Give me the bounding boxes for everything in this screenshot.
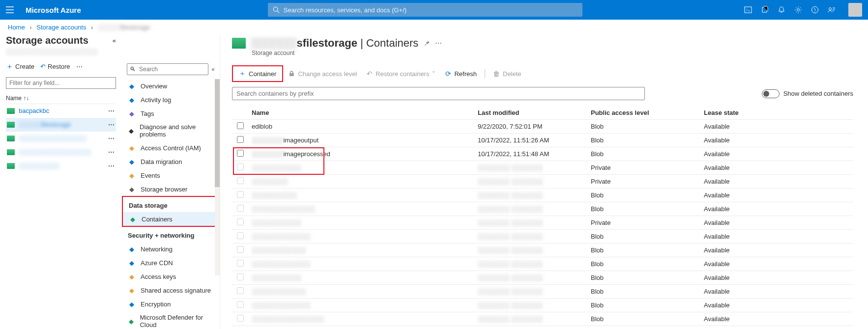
table-row[interactable]: ░░░░░░░░░░░░░░░░░░░░ ░░░░░░░BlobAvailabl… <box>232 257 853 271</box>
storage-account-item[interactable]: bacpackbc⋯ <box>6 104 116 118</box>
row-checkbox[interactable] <box>237 315 244 322</box>
table-row[interactable]: ░░░░░░░░░░░░░░░░░░ ░░░░░░░PrivateAvailab… <box>232 216 853 230</box>
global-search[interactable] <box>268 3 582 17</box>
ellipsis-icon[interactable]: ⋯ <box>108 162 115 169</box>
collapse-icon[interactable]: « <box>113 37 116 44</box>
table-row[interactable]: ░░░░░░░░░░░░░░░░░░ ░░░░░░░PrivateAvailab… <box>232 161 853 175</box>
row-checkbox[interactable] <box>237 150 244 157</box>
storage-account-item[interactable]: ░░░░░░░░░⋯ <box>6 159 116 173</box>
breadcrumb-current[interactable]: ░░░░░filestorage <box>98 24 150 31</box>
row-checkbox[interactable] <box>237 136 244 143</box>
nav-item-diagnose-and-solve-problems[interactable]: ◆Diagnose and solve problems <box>122 120 220 141</box>
ellipsis-icon[interactable]: ⋯ <box>108 121 115 128</box>
nav-item-shared-access-signature[interactable]: ◆Shared access signature <box>122 283 220 297</box>
pin-icon[interactable]: 📌︎ <box>423 39 430 47</box>
nav-item-access-control-iam-[interactable]: ◆Access Control (IAM) <box>122 141 220 155</box>
cell-modified: ░░░░░░░ ░░░░░░░ <box>478 192 591 199</box>
row-checkbox[interactable] <box>237 301 244 308</box>
cell-lease: Available <box>704 178 763 185</box>
storage-account-item[interactable]: ░░░░░filestorage⋯ <box>6 118 116 132</box>
storage-account-item[interactable]: ░░░░░░░░░░░░░░░⋯ <box>6 132 116 145</box>
row-checkbox[interactable] <box>237 191 244 198</box>
table-row[interactable]: ░░░░░░░░░░░░░░░ ░░░░░░░PrivateAvailable <box>232 175 853 189</box>
networking-icon: ◆ <box>128 245 136 253</box>
storage-account-item[interactable]: ░░░░░░░░░░░░░░░░⋯ <box>6 145 116 159</box>
nav-item-containers[interactable]: ◆Containers <box>123 212 219 226</box>
ellipsis-icon[interactable]: ⋯ <box>108 135 115 142</box>
nav-item-overview[interactable]: ◆Overview <box>122 79 220 93</box>
nav-item-access-keys[interactable]: ◆Access keys <box>122 270 220 283</box>
show-deleted-toggle[interactable] <box>762 89 780 98</box>
col-name[interactable]: Name <box>252 109 478 116</box>
nav-item-networking[interactable]: ◆Networking <box>122 242 220 256</box>
row-checkbox[interactable] <box>237 274 244 280</box>
notifications-icon[interactable] <box>778 6 785 14</box>
cell-name: ░░░░░░░░░░░ <box>252 274 478 281</box>
create-button[interactable]: ＋Create <box>6 62 34 71</box>
row-checkbox[interactable] <box>237 122 244 129</box>
cell-modified: ░░░░░░░ ░░░░░░░ <box>478 260 591 268</box>
settings-icon[interactable] <box>794 6 802 14</box>
table-row[interactable]: ░░░░░░░░░░░░░░░░░░░ ░░░░░░░BlobAvailable <box>232 285 853 299</box>
cell-lease: Available <box>704 247 763 254</box>
nav-item-events[interactable]: ◆Events <box>122 168 220 182</box>
topbar-right <box>744 3 862 17</box>
row-checkbox[interactable] <box>237 205 244 212</box>
menu-icon[interactable] <box>6 6 16 13</box>
new-container-button[interactable]: ＋ Container <box>234 67 281 80</box>
avatar[interactable] <box>848 3 862 17</box>
table-row[interactable]: ░░░░░░░░░░░░░░░░░ ░░░░░░░BlobAvailable <box>232 189 853 202</box>
row-checkbox[interactable] <box>237 246 244 253</box>
col-lease[interactable]: Lease state <box>704 109 763 116</box>
global-search-input[interactable] <box>284 6 578 14</box>
table-row[interactable]: ░░░░░░░imageprocessed10/17/2022, 11:51:4… <box>232 147 853 161</box>
cloud-shell-icon[interactable] <box>744 6 752 14</box>
nav-item-activity-log[interactable]: ◆Activity log <box>122 93 220 107</box>
more-button[interactable]: ⋯ <box>76 63 83 70</box>
row-checkbox[interactable] <box>237 177 244 184</box>
nav-item-azure-cdn[interactable]: ◆Azure CDN <box>122 256 220 270</box>
ellipsis-icon[interactable]: ⋯ <box>108 148 115 156</box>
filter-input[interactable] <box>6 77 116 89</box>
restore-button[interactable]: ↶Restore <box>40 63 70 70</box>
directories-icon[interactable] <box>761 6 769 14</box>
cell-access: Blob <box>591 123 704 130</box>
containers-table: Name Last modified Public access level L… <box>232 106 853 326</box>
col-modified[interactable]: Last modified <box>478 109 591 116</box>
row-checkbox[interactable] <box>237 287 244 294</box>
breadcrumb-storage-accounts[interactable]: Storage accounts <box>36 24 86 31</box>
nav-item-label: Encryption <box>141 301 171 308</box>
nav-item-label: Microsoft Defender for Cloud <box>140 314 214 329</box>
scrollbar[interactable] <box>215 79 220 275</box>
nav-item-encryption[interactable]: ◆Encryption <box>122 297 220 311</box>
column-header-name[interactable]: Name ↑↓ <box>6 93 116 104</box>
table-row[interactable]: ░░░░░░░░░░░░░░░░░░ ░░░░░░░BlobAvailable <box>232 271 853 285</box>
table-row[interactable]: ░░░░░░░░░░░░░░░░░░░ ░░░░░░░BlobAvailable <box>232 244 853 257</box>
collapse-icon[interactable]: « <box>211 66 215 73</box>
nav-item-microsoft-defender-for-cloud[interactable]: ◆Microsoft Defender for Cloud <box>122 311 220 329</box>
table-row[interactable]: ediblob9/22/2020, 7:52:01 PMBlobAvailabl… <box>232 120 853 134</box>
row-checkbox[interactable] <box>237 260 244 267</box>
col-access[interactable]: Public access level <box>591 109 704 116</box>
table-row[interactable]: ░░░░░░░░░░░░░░░░░░░░ ░░░░░░░BlobAvailabl… <box>232 299 853 312</box>
container-prefix-input[interactable] <box>232 87 645 100</box>
ellipsis-icon[interactable]: ⋯ <box>435 39 442 47</box>
ellipsis-icon[interactable]: ⋯ <box>108 107 115 114</box>
nav-item-storage-browser[interactable]: ◆Storage browser <box>122 182 220 196</box>
row-checkbox[interactable] <box>237 232 244 239</box>
nav-item-tags[interactable]: ◆Tags <box>122 107 220 120</box>
row-checkbox[interactable] <box>237 164 244 170</box>
nav-item-data-migration[interactable]: ◆Data migration <box>122 155 220 168</box>
breadcrumb-home[interactable]: Home <box>8 24 25 31</box>
feedback-icon[interactable] <box>828 6 836 14</box>
help-icon[interactable] <box>811 6 819 14</box>
row-checkbox[interactable] <box>237 219 244 225</box>
table-row[interactable]: ░░░░░░░░░░░░░░░░░░░░░ ░░░░░░░BlobAvailab… <box>232 202 853 216</box>
resource-search-input[interactable] <box>127 63 208 75</box>
table-row[interactable]: ░░░░░░░░░░░░░░░░░░░░░░░ ░░░░░░░BlobAvail… <box>232 312 853 326</box>
table-row[interactable]: ░░░░░░░imageoutput10/17/2022, 11:51:26 A… <box>232 134 853 147</box>
scrollbar-thumb[interactable] <box>215 79 220 187</box>
account-label: ░░░░░░░░░ <box>19 162 108 169</box>
table-row[interactable]: ░░░░░░░░░░░░░░░░░░░░ ░░░░░░░BlobAvailabl… <box>232 230 853 244</box>
refresh-button[interactable]: ⟳ Refresh <box>440 68 482 80</box>
